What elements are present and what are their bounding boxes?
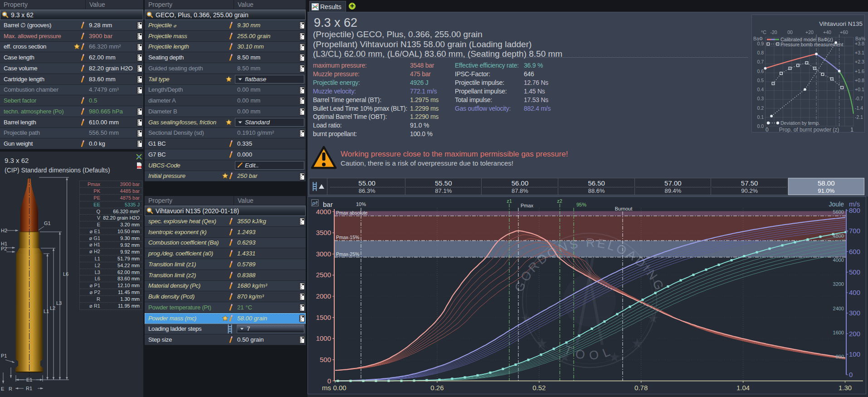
- svg-text:R: R: [9, 386, 12, 392]
- svg-text:0.00: 0.00: [333, 384, 346, 392]
- svg-text:400: 400: [849, 289, 860, 296]
- svg-text:P1: P1: [1, 353, 7, 358]
- svg-text:PDF: PDF: [137, 166, 141, 168]
- svg-text:0.6: 0.6: [757, 69, 764, 74]
- svg-text:-1.4: -1.4: [855, 105, 863, 111]
- svg-text:700: 700: [849, 227, 860, 235]
- svg-text:p/t: p/t: [312, 201, 318, 206]
- svg-text:m/s: m/s: [849, 200, 860, 208]
- svg-text:4000: 4000: [316, 208, 331, 216]
- svg-text:Pressure bomb measurement: Pressure bomb measurement: [780, 42, 843, 47]
- svg-text:+40: +40: [823, 29, 831, 35]
- svg-text:95%: 95%: [576, 202, 586, 207]
- svg-text:0: 0: [327, 377, 331, 385]
- svg-text:4800: 4800: [833, 233, 844, 239]
- svg-text:1.30: 1.30: [839, 384, 852, 392]
- svg-text:-0.7: -0.7: [855, 96, 863, 101]
- svg-text:ms: ms: [322, 384, 331, 392]
- svg-text:1: 1: [850, 127, 853, 133]
- svg-text:+0.1: +0.1: [855, 87, 864, 92]
- svg-text:Pmax-15%: Pmax-15%: [336, 235, 359, 240]
- svg-text:600: 600: [849, 248, 860, 255]
- svg-text:0.1: 0.1: [757, 114, 764, 120]
- svg-text:5600: 5600: [833, 209, 844, 215]
- svg-text:2000: 2000: [316, 292, 331, 300]
- svg-text:3200: 3200: [833, 281, 844, 287]
- svg-text:300: 300: [849, 309, 860, 317]
- svg-text:+3.1: +3.1: [855, 50, 864, 55]
- svg-text:°C: °C: [761, 29, 766, 35]
- svg-text:Joule: Joule: [829, 201, 844, 208]
- svg-text:3500: 3500: [316, 229, 331, 236]
- svg-text:Burnout: Burnout: [615, 206, 633, 211]
- svg-text:-20: -20: [770, 29, 777, 35]
- svg-text:z1: z1: [507, 198, 512, 204]
- svg-text:1500: 1500: [316, 314, 331, 321]
- svg-text:0.2: 0.2: [757, 105, 764, 111]
- svg-text:0.9: 0.9: [757, 41, 764, 46]
- svg-text:800: 800: [836, 354, 844, 359]
- svg-text:2400: 2400: [833, 306, 844, 311]
- svg-text:4000: 4000: [833, 257, 844, 263]
- svg-text:Pmax-25%: Pmax-25%: [336, 251, 359, 257]
- svg-text:0: 0: [766, 127, 769, 133]
- svg-text:G1: G1: [44, 221, 51, 226]
- svg-text:Pmax absolute: Pmax absolute: [336, 210, 368, 216]
- svg-text:2500: 2500: [316, 271, 331, 279]
- svg-text:200: 200: [849, 330, 860, 338]
- svg-text:0.52: 0.52: [532, 384, 546, 392]
- svg-text:0.0: 0.0: [757, 123, 764, 129]
- svg-text:00: 00: [787, 29, 793, 35]
- svg-text:+60: +60: [840, 29, 848, 35]
- svg-text:10%: 10%: [356, 201, 366, 207]
- svg-text:Prop. of burnt powder (z): Prop. of burnt powder (z): [779, 127, 839, 133]
- svg-text:L2: L2: [50, 305, 55, 311]
- svg-text:bar: bar: [323, 201, 333, 208]
- svg-text:3000: 3000: [316, 250, 331, 258]
- svg-text:Pmax: Pmax: [521, 203, 534, 208]
- svg-text:1.04: 1.04: [736, 384, 750, 392]
- svg-text:0.5: 0.5: [757, 78, 764, 83]
- svg-text:0.78: 0.78: [634, 384, 648, 392]
- svg-text:P2: P2: [1, 246, 7, 251]
- svg-text:z2: z2: [557, 198, 562, 204]
- svg-text:R1: R1: [26, 386, 32, 391]
- svg-text:E1: E1: [26, 377, 32, 382]
- svg-text:Vihtavuori N135: Vihtavuori N135: [819, 20, 863, 27]
- svg-text:0: 0: [849, 371, 853, 378]
- svg-text:1000: 1000: [316, 334, 331, 342]
- svg-text:100: 100: [849, 350, 860, 358]
- svg-text:+20: +20: [805, 29, 814, 35]
- svg-text:E: E: [1, 386, 4, 392]
- svg-text:L6: L6: [63, 271, 68, 277]
- svg-text:Deviation by temp.: Deviation by temp.: [780, 120, 820, 126]
- svg-text:+3.8: +3.8: [855, 41, 864, 46]
- svg-text:L3: L3: [56, 300, 62, 306]
- svg-text:0.3: 0.3: [757, 96, 764, 101]
- svg-text:1600: 1600: [833, 330, 844, 335]
- svg-text:L1: L1: [44, 309, 49, 314]
- svg-text:+1.6: +1.6: [855, 69, 864, 74]
- svg-text:0.4: 0.4: [757, 87, 764, 92]
- svg-text:0.7: 0.7: [757, 59, 764, 64]
- svg-text:-2.1: -2.1: [855, 114, 863, 120]
- svg-text:H2: H2: [1, 228, 7, 233]
- svg-text:0.26: 0.26: [430, 384, 444, 392]
- svg-text:+2.3: +2.3: [855, 59, 864, 64]
- svg-text:500: 500: [320, 356, 331, 363]
- svg-text:500: 500: [849, 268, 860, 276]
- svg-text:+0.8: +0.8: [855, 78, 864, 83]
- svg-text:0.8: 0.8: [757, 50, 764, 55]
